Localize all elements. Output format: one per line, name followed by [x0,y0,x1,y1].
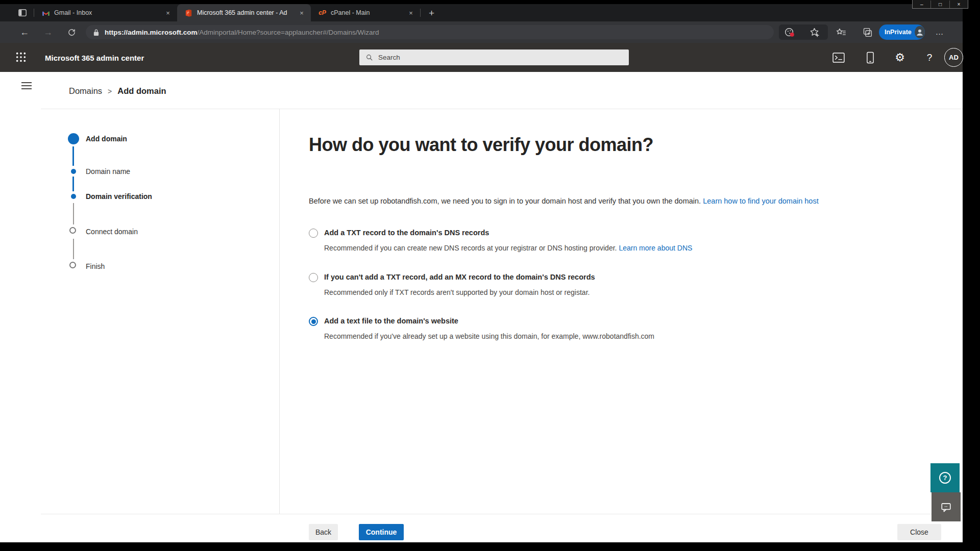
lock-icon[interactable] [93,29,100,36]
step-indicator-connect-domain [69,227,76,234]
intro-paragraph: Before we can set up robotandfish.com, w… [309,197,819,205]
tab-title: Microsoft 365 admin center - Ad [197,9,293,16]
help-icon[interactable]: ? [921,43,938,72]
settings-gear-icon[interactable]: ⚙ [891,43,909,72]
step-label-domain-name: Domain name [86,167,130,176]
tab-title: cPanel - Main [331,9,403,16]
step-label-domain-verification: Domain verification [86,192,152,201]
step-connector [72,177,74,191]
step-indicator-domain-verification [71,194,76,199]
search-icon [365,54,373,61]
account-avatar[interactable]: AD [944,48,963,67]
radio-text-file[interactable] [309,317,318,326]
divider [41,514,963,514]
learn-more-dns-link[interactable]: Learn more about DNS [619,244,692,252]
favorites-icon[interactable] [833,21,848,43]
step-label-finish: Finish [86,262,105,270]
new-tab-button[interactable]: + [426,8,437,18]
browser-menu-icon[interactable]: … [932,21,947,43]
gmail-icon [41,9,50,17]
tab-title: Gmail - Inbox [54,9,160,16]
option-label-text-file[interactable]: Add a text file to the domain's website [324,317,458,325]
continue-button[interactable]: Continue [359,524,404,540]
help-circle-icon: ? [939,472,951,484]
admin-center-page: Domains > Add domain Add domain Domain n… [0,72,963,542]
search-input[interactable] [378,54,603,61]
close-button[interactable]: Close [897,524,941,540]
browser-tab-cpanel[interactable]: cP cPanel - Main × [311,4,420,21]
minimize-button[interactable]: – [913,1,930,8]
step-connector [73,203,74,224]
app-launcher-icon[interactable] [15,52,28,64]
browser-tab-gmail[interactable]: Gmail - Inbox × [34,4,177,21]
option-label-txt-record[interactable]: Add a TXT record to the domain's DNS rec… [324,229,489,237]
step-label-add-domain: Add domain [86,135,127,143]
find-domain-host-link[interactable]: Learn how to find your domain host [703,197,819,205]
maximize-button[interactable]: □ [930,1,949,8]
refresh-icon[interactable] [64,21,79,43]
add-favorite-icon[interactable] [806,21,822,43]
radio-txt-record[interactable] [309,229,318,238]
close-tab-icon[interactable]: × [407,9,415,17]
breadcrumb-separator: > [108,87,112,95]
option-label-mx-record[interactable]: If you can't add a TXT record, add an MX… [324,273,595,281]
inprivate-label: InPrivate [885,29,912,36]
app-title: Microsoft 365 admin center [45,53,144,62]
feedback-fab-button[interactable] [932,492,961,521]
window-controls: – □ × [912,0,968,9]
option-desc-txt-record: Recommended if you can create new DNS re… [324,244,692,252]
url-path: /Adminportal/Home?source=applauncher#/Do… [198,29,379,36]
close-tab-icon[interactable]: × [164,9,172,17]
forward-icon: → [41,21,55,43]
step-indicator-finish [69,262,76,268]
step-indicator-domain-name [71,169,76,174]
tracking-prevention-icon[interactable] [782,21,797,43]
nav-menu-icon[interactable] [21,82,32,89]
search-box [359,49,629,65]
close-tab-icon[interactable]: × [298,9,306,17]
step-connector [72,146,74,166]
option-desc-mx-record: Recommended only if TXT records aren't s… [324,288,590,296]
tab-actions-button[interactable] [17,8,28,18]
cloud-shell-icon[interactable] [830,43,847,72]
back-button[interactable]: Back [309,524,338,540]
divider [41,109,963,109]
mobile-app-icon[interactable] [862,43,879,72]
divider [279,109,280,514]
office-icon [184,9,193,17]
back-icon[interactable]: ← [17,21,32,43]
breadcrumb-add-domain: Add domain [117,86,166,96]
page-title: How do you want to verify your domain? [309,134,653,156]
collections-icon[interactable] [860,21,875,43]
close-window-button[interactable]: × [949,1,968,8]
tab-separator [420,9,421,17]
browser-address-bar: ← → https://admin.microsoft.com/Adminpor… [0,21,963,43]
step-label-connect-domain: Connect domain [86,228,138,236]
profile-avatar-icon [915,26,925,38]
inprivate-badge[interactable]: InPrivate [879,24,925,40]
browser-tab-bar: Gmail - Inbox × Microsoft 365 admin cent… [0,4,963,21]
breadcrumb-domains[interactable]: Domains [69,86,102,96]
help-fab-button[interactable]: ? [930,463,960,492]
m365-header: Microsoft 365 admin center ⚙ ? AD [0,43,963,72]
breadcrumb: Domains > Add domain [69,86,166,96]
radio-mx-record[interactable] [309,273,318,282]
cpanel-icon: cP [318,9,327,17]
option-desc-text-file: Recommended if you've already set up a w… [324,332,654,340]
intro-text: Before we can set up robotandfish.com, w… [309,197,701,205]
screen: – □ × Gmail - Inbox × Microsoft 365 admi… [0,0,980,551]
step-indicator-add-domain [68,133,79,144]
step-connector [73,239,74,259]
url-field[interactable]: https://admin.microsoft.com/Adminportal/… [86,25,774,39]
feedback-bubble-icon [940,502,952,513]
vertical-tabs-icon [18,8,27,17]
browser-tab-m365-active[interactable]: Microsoft 365 admin center - Ad × [177,4,311,21]
url-domain: https://admin.microsoft.com [105,29,198,36]
